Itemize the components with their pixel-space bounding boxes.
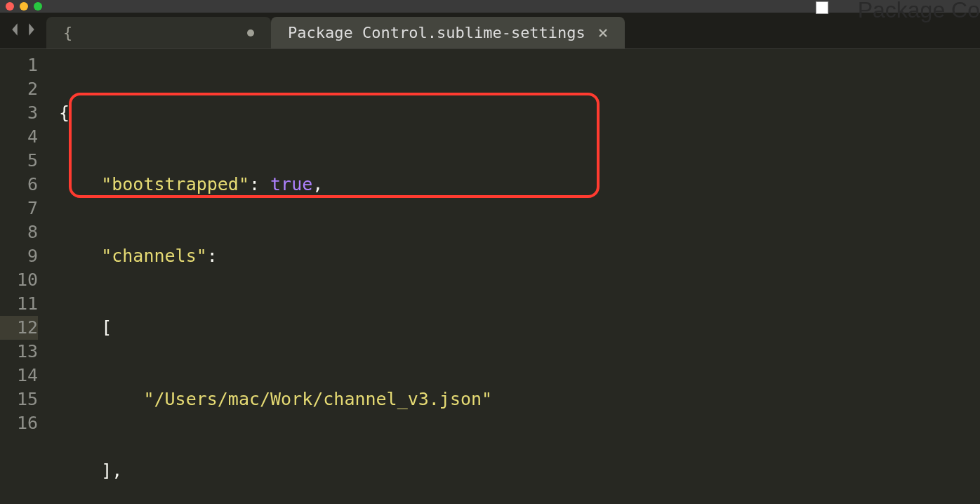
tab-label: { [63, 24, 72, 41]
code-line: ], [49, 459, 980, 483]
editor-area[interactable]: 1 2 3 4 5 6 7 8 9 10 11 12 13 14 15 16 {… [0, 49, 980, 504]
nav-back-icon[interactable] [10, 22, 20, 39]
code-content[interactable]: { "bootstrapped": true, "channels": [ "/… [49, 49, 980, 504]
line-number: 7 [0, 197, 38, 220]
tab-unnamed[interactable]: { [46, 17, 271, 48]
line-number: 5 [0, 149, 38, 173]
code-line: "bootstrapped": true, [49, 173, 980, 197]
line-number: 9 [0, 244, 38, 268]
code-line: [ [49, 316, 980, 340]
tab-package-control-settings[interactable]: Package Control.sublime-settings [271, 17, 625, 48]
line-number: 6 [0, 173, 38, 197]
dirty-indicator-icon [247, 29, 254, 37]
line-number: 2 [0, 77, 38, 101]
line-number: 11 [0, 292, 38, 316]
line-number: 13 [0, 340, 38, 364]
line-gutter: 1 2 3 4 5 6 7 8 9 10 11 12 13 14 15 16 [0, 49, 49, 504]
window-titlebar [0, 0, 980, 13]
line-number: 10 [0, 268, 38, 292]
minimize-window-button[interactable] [20, 2, 28, 11]
line-number: 15 [0, 387, 38, 411]
line-number: 3 [0, 101, 38, 125]
overlay-checkbox[interactable] [816, 1, 828, 14]
line-number: 1 [0, 53, 38, 77]
line-number: 16 [0, 411, 38, 435]
code-line: { [49, 101, 980, 125]
code-line: "channels": [49, 244, 980, 268]
close-tab-icon[interactable] [598, 24, 608, 41]
maximize-window-button[interactable] [34, 2, 42, 11]
tab-bar: { Package Control.sublime-settings [0, 13, 980, 49]
line-number: 4 [0, 125, 38, 149]
code-line: "/Users/mac/Work/channel_v3.json" [49, 387, 980, 411]
overlay-text: Package Co [858, 0, 980, 23]
line-number: 14 [0, 364, 38, 387]
line-number: 8 [0, 220, 38, 244]
tab-nav-arrows [0, 13, 46, 48]
tab-label: Package Control.sublime-settings [288, 24, 585, 41]
nav-forward-icon[interactable] [27, 22, 37, 39]
line-number: 12 [0, 316, 38, 340]
close-window-button[interactable] [6, 2, 14, 11]
